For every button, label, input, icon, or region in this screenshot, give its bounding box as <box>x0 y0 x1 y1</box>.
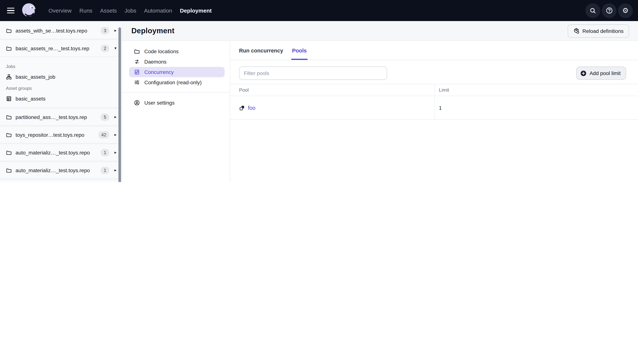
app: OverviewRunsAssetsJobsAutomationDeployme… <box>0 0 638 182</box>
repo-expanded-section: Jobsbasic_assets_jobAsset groupsbasic_as… <box>0 57 122 108</box>
asset-sidebar: assets_with_se…test.toys.repo3▸basic_ass… <box>0 21 122 182</box>
sidebar-repo-row[interactable]: auto_materializ…_test.toys.repo1▸ <box>0 144 122 161</box>
page-header: Deployment Reload definitions <box>122 21 638 41</box>
folder-icon <box>6 28 12 34</box>
sidebar-repo-row[interactable]: auto_materializ…_test.toys.repo1▸ <box>0 179 122 182</box>
deployment-nav: Code locationsDaemonsConcurrencyConfigur… <box>122 41 230 182</box>
top-nav-automation[interactable]: Automation <box>144 8 172 14</box>
folder-icon <box>6 150 12 156</box>
job-icon <box>6 74 12 80</box>
repo-section-item-label: basic_assets <box>16 96 46 102</box>
search-icon[interactable] <box>585 3 600 18</box>
top-nav-links: OverviewRunsAssetsJobsAutomationDeployme… <box>49 8 212 14</box>
chevron-right-icon[interactable]: ▸ <box>113 28 118 33</box>
sidebar-repo-row[interactable]: basic_assets_re…_test.toys.rep2▾ <box>0 40 122 57</box>
pools-table-row: foo1 <box>230 96 638 120</box>
repo-section-item[interactable]: basic_assets <box>6 93 116 104</box>
chevron-down-icon[interactable]: ▾ <box>113 46 118 51</box>
deployment-nav-label: Concurrency <box>144 69 174 75</box>
repo-label: assets_with_se…test.toys.repo <box>16 28 97 34</box>
repo-count-badge: 1 <box>101 149 109 156</box>
chevron-right-icon[interactable]: ▸ <box>113 114 118 119</box>
filter-pools-input[interactable] <box>239 66 387 80</box>
repo-label: toys_repositor…test.toys.repo <box>16 132 95 138</box>
chevron-right-icon[interactable]: ▸ <box>113 150 118 155</box>
reload-cube-icon <box>573 28 579 34</box>
deployment-nav-label: Code locations <box>144 48 178 54</box>
repo-list: assets_with_se…test.toys.repo3▸basic_ass… <box>0 21 122 182</box>
concurrency-pane: Run concurrencyPools Add pool limit Pool… <box>230 41 638 182</box>
pools-table-header: PoolLimit <box>230 84 638 96</box>
repo-count-badge: 5 <box>101 113 109 121</box>
repo-section-item[interactable]: basic_assets_job <box>6 71 116 82</box>
repo-section-label: Asset groups <box>6 86 116 91</box>
top-nav-jobs[interactable]: Jobs <box>125 8 136 14</box>
pools-table: PoolLimitfoo1 <box>230 84 638 120</box>
sidebar-repo-row[interactable]: auto_materializ…_test.toys.repo1▸ <box>0 162 122 179</box>
add-pool-limit-label: Add pool limit <box>589 70 621 76</box>
folder-icon <box>6 132 12 138</box>
tab-run-concurrency[interactable]: Run concurrency <box>239 41 283 60</box>
sidebar-scrollbar[interactable] <box>118 27 121 182</box>
sidebar-repo-row[interactable]: assets_with_se…test.toys.repo3▸ <box>0 22 122 39</box>
page-title: Deployment <box>131 26 174 35</box>
chevron-right-icon[interactable]: ▸ <box>113 132 118 137</box>
folder-icon <box>6 114 12 120</box>
deployment-nav-configuration-read-only[interactable]: Configuration (read-only) <box>129 77 225 88</box>
sidebar-repo-row[interactable]: partitioned_ass…_test.toys.rep5▸ <box>0 108 122 126</box>
column-header-limit: Limit <box>435 84 638 96</box>
top-nav-deployment[interactable]: Deployment <box>180 8 212 14</box>
deployment-nav-code-locations[interactable]: Code locations <box>129 46 225 56</box>
top-nav-runs[interactable]: Runs <box>79 8 92 14</box>
sidebar-repo-row[interactable]: toys_repositor…test.toys.repo42▸ <box>0 126 122 144</box>
sliders-icon <box>134 80 140 85</box>
dagster-logo-icon[interactable] <box>21 2 38 19</box>
repo-label: auto_materializ…_test.toys.repo <box>16 167 97 173</box>
pools-toolbar: Add pool limit <box>230 66 638 80</box>
daemons-icon <box>134 59 140 65</box>
deployment-nav-daemons[interactable]: Daemons <box>129 56 225 67</box>
folder-icon <box>134 48 140 54</box>
repo-section-item-label: basic_assets_job <box>16 74 55 80</box>
top-nav-assets[interactable]: Assets <box>100 8 117 14</box>
deployment-nav-user-settings[interactable]: User settings <box>129 98 225 108</box>
settings-icon[interactable]: ⚙ <box>618 3 633 18</box>
top-nav: OverviewRunsAssetsJobsAutomationDeployme… <box>0 0 638 21</box>
user-icon <box>134 100 140 106</box>
repo-label: auto_materializ…_test.toys.repo <box>16 150 97 156</box>
repo-count-badge: 1 <box>101 166 109 174</box>
repo-count-badge: 42 <box>98 131 109 138</box>
pool-icon <box>239 105 245 111</box>
pool-name: foo <box>248 105 255 111</box>
deployment-nav-label: User settings <box>144 100 174 106</box>
repo-count-badge: 2 <box>101 44 109 52</box>
pool-link[interactable]: foo <box>239 105 255 111</box>
deployment-nav-concurrency[interactable]: Concurrency <box>129 67 225 77</box>
help-icon[interactable] <box>602 3 616 18</box>
plus-circle-icon <box>580 70 586 76</box>
repo-section-label: Jobs <box>6 64 116 69</box>
deployment-nav-label: Configuration (read-only) <box>144 80 202 85</box>
concurrency-icon <box>134 69 140 75</box>
folder-icon <box>6 167 12 173</box>
repo-label: basic_assets_re…_test.toys.rep <box>16 45 97 51</box>
hamburger-icon[interactable] <box>5 4 17 17</box>
deployment-nav-label: Daemons <box>144 59 166 65</box>
repo-count-badge: 3 <box>101 27 109 34</box>
folder-icon <box>6 45 12 51</box>
concurrency-tabs: Run concurrencyPools <box>230 41 638 60</box>
column-header-pool: Pool <box>230 84 435 96</box>
tab-pools[interactable]: Pools <box>292 41 307 60</box>
nav-divider <box>122 92 230 92</box>
reload-definitions-label: Reload definitions <box>582 28 623 34</box>
top-nav-overview[interactable]: Overview <box>49 8 72 14</box>
reload-definitions-button[interactable]: Reload definitions <box>567 24 629 38</box>
pool-limit-value: 1 <box>435 96 638 119</box>
repo-label: partitioned_ass…_test.toys.rep <box>16 114 97 120</box>
chevron-right-icon[interactable]: ▸ <box>113 168 118 172</box>
asset-group-icon <box>6 96 12 102</box>
add-pool-limit-button[interactable]: Add pool limit <box>576 66 626 80</box>
